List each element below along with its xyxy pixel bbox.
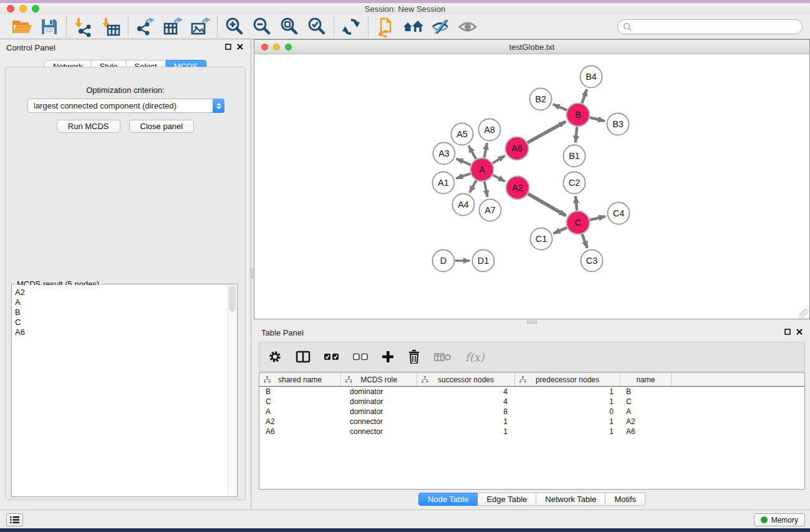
edge-A-A3[interactable] xyxy=(456,158,471,165)
graph-node-A4[interactable]: A4 xyxy=(453,194,475,216)
table-row[interactable]: A2connector11A2 xyxy=(259,417,804,427)
edge-C-C1[interactable] xyxy=(554,228,567,233)
graph-node-A5[interactable]: A5 xyxy=(451,123,473,145)
optimization-criterion-select[interactable]: largest connected component (directed) xyxy=(27,99,224,113)
edge-B-B1[interactable] xyxy=(576,127,577,142)
show-graphics-details-button[interactable] xyxy=(456,16,479,37)
tab-edge-table[interactable]: Edge Table xyxy=(478,493,536,506)
show-panels-list-button[interactable] xyxy=(6,513,23,526)
zoom-in-button[interactable] xyxy=(223,16,246,37)
graph-node-B1[interactable]: B1 xyxy=(564,145,586,167)
table-options-gear-button[interactable] xyxy=(268,350,282,364)
vertical-split-handle[interactable] xyxy=(250,268,253,278)
zoom-out-button[interactable] xyxy=(251,16,273,37)
column-header-mcds-role[interactable]: MCDS role xyxy=(341,373,417,386)
mcds-result-item[interactable]: A6 xyxy=(15,327,228,337)
edge-A-A4[interactable] xyxy=(470,180,476,193)
edge-A-A8[interactable] xyxy=(485,143,487,158)
new-session-from-network-button[interactable] xyxy=(374,16,397,37)
zoom-selected-button[interactable] xyxy=(306,16,328,37)
graph-node-C[interactable]: C xyxy=(567,211,590,235)
edge-C-C2[interactable] xyxy=(576,196,577,210)
graph-node-B2[interactable]: B2 xyxy=(530,89,552,110)
edge-A-A5[interactable] xyxy=(469,146,476,159)
edge-C-C3[interactable] xyxy=(582,234,587,248)
graph-node-B3[interactable]: B3 xyxy=(607,114,629,135)
graph-node-A1[interactable]: A1 xyxy=(433,172,455,194)
mcds-result-item[interactable]: A xyxy=(15,297,228,307)
edge-A-A7[interactable] xyxy=(485,181,488,197)
close-table-panel-icon[interactable] xyxy=(796,329,803,335)
export-image-button[interactable] xyxy=(189,16,211,37)
graph-node-D1[interactable]: D1 xyxy=(473,250,494,272)
mcds-result-list[interactable]: A2ABCA6 xyxy=(12,285,228,496)
edge-A-A1[interactable] xyxy=(456,173,470,178)
memory-button[interactable]: Memory xyxy=(754,513,805,526)
add-column-button[interactable] xyxy=(382,351,394,363)
deselect-all-button[interactable] xyxy=(353,353,368,360)
function-builder-button[interactable]: f(x) xyxy=(465,351,485,364)
graph-node-A[interactable]: A xyxy=(471,158,494,181)
export-table-button[interactable] xyxy=(162,16,184,37)
edge-A6-B[interactable] xyxy=(528,122,566,143)
import-table-button[interactable] xyxy=(100,16,122,37)
column-header-name[interactable]: name xyxy=(620,373,672,386)
table-row[interactable]: A6connector11A6 xyxy=(259,427,804,437)
open-file-button[interactable] xyxy=(11,16,33,37)
graph-node-C2[interactable]: C2 xyxy=(564,172,586,194)
delete-table-button[interactable] xyxy=(434,352,451,362)
edge-A-A6[interactable] xyxy=(493,156,505,163)
mcds-result-item[interactable]: B xyxy=(15,307,228,317)
mcds-result-item[interactable]: C xyxy=(15,317,228,327)
graph-node-B[interactable]: B xyxy=(567,104,590,127)
table-row[interactable]: Bdominator41B xyxy=(259,387,804,397)
edge-B-B3[interactable] xyxy=(590,117,605,121)
export-network-button[interactable] xyxy=(134,16,157,37)
table-row[interactable]: Cdominator41C xyxy=(259,397,804,407)
column-header-successor-nodes[interactable]: successor nodes xyxy=(417,373,515,386)
search-input[interactable] xyxy=(635,21,797,33)
select-all-check-button[interactable] xyxy=(324,353,339,360)
result-scrollbar[interactable] xyxy=(228,285,236,496)
delete-column-button[interactable] xyxy=(408,350,420,364)
horizontal-split-handle[interactable] xyxy=(527,321,537,324)
search-box[interactable] xyxy=(617,19,803,34)
show-network-overview-button[interactable] xyxy=(402,16,424,37)
graph-node-A6[interactable]: A6 xyxy=(506,137,529,160)
network-window-titlebar[interactable]: testGlobe.txt xyxy=(254,40,809,54)
hide-graphics-details-button[interactable] xyxy=(429,16,451,37)
graph-node-A2[interactable]: A2 xyxy=(506,177,529,200)
run-mcds-button[interactable]: Run MCDS xyxy=(57,120,120,133)
graph-node-C1[interactable]: C1 xyxy=(531,228,552,250)
edge-A2-C[interactable] xyxy=(528,194,566,216)
tab-network-table[interactable]: Network Table xyxy=(536,493,605,506)
graph-node-A7[interactable]: A7 xyxy=(480,200,501,221)
tab-node-table[interactable]: Node Table xyxy=(418,493,478,506)
import-network-button[interactable] xyxy=(72,16,95,37)
graph-node-A8[interactable]: A8 xyxy=(479,119,501,141)
close-panel-icon[interactable] xyxy=(237,44,243,50)
tab-motifs[interactable]: Motifs xyxy=(605,493,645,506)
edge-B-B4[interactable] xyxy=(582,89,587,103)
refresh-button[interactable] xyxy=(340,16,362,37)
graph-node-C4[interactable]: C4 xyxy=(608,203,630,225)
float-table-panel-icon[interactable] xyxy=(784,329,791,335)
graph-node-A3[interactable]: A3 xyxy=(433,143,455,165)
graph-node-B4[interactable]: B4 xyxy=(581,66,602,88)
edge-B-B2[interactable] xyxy=(553,104,567,110)
network-canvas[interactable]: B4B2BB3A5A8A6A3B1AA1C2A2A4A7CC4C1C3DD1 xyxy=(254,55,809,319)
table-row[interactable]: Adominator80A xyxy=(259,407,804,417)
window-resize-grip[interactable] xyxy=(799,309,809,318)
graph-node-D[interactable]: D xyxy=(433,250,455,272)
column-header-predecessor-nodes[interactable]: predecessor nodes xyxy=(515,373,620,386)
column-header-shared-name[interactable]: shared name xyxy=(259,373,341,386)
graph-node-C3[interactable]: C3 xyxy=(581,250,603,272)
zoom-fit-button[interactable] xyxy=(278,16,301,37)
float-panel-icon[interactable] xyxy=(225,44,231,50)
edge-A-A2[interactable] xyxy=(493,175,505,181)
close-panel-button[interactable]: Close panel xyxy=(129,120,195,133)
save-session-button[interactable] xyxy=(38,16,60,37)
show-columns-button[interactable] xyxy=(296,351,311,363)
mcds-result-item[interactable]: A2 xyxy=(15,288,228,297)
edge-C-C4[interactable] xyxy=(590,216,605,220)
